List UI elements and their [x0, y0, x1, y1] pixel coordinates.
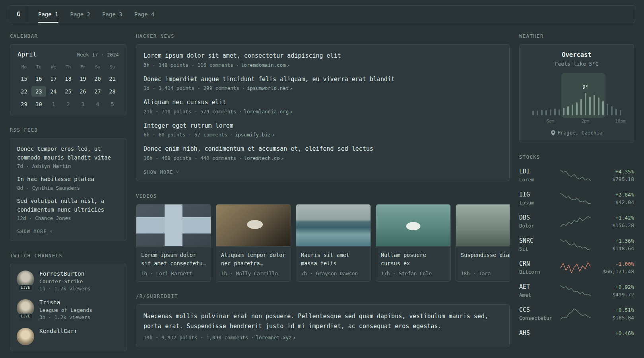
avatar[interactable]: LIVE — [17, 270, 34, 288]
stock-row[interactable]: SNRCSit +1.36%$148.64 — [519, 237, 634, 252]
weather-feels-like: Feels like 5°C — [526, 61, 627, 67]
weather-bar — [567, 106, 569, 115]
app-logo[interactable]: G — [9, 6, 28, 23]
calendar-day[interactable]: 24 — [46, 86, 61, 97]
calendar-day[interactable]: 19 — [76, 74, 90, 84]
hn-show-more-button[interactable]: SHOW MORE˅ — [144, 168, 179, 176]
calendar-day[interactable]: 18 — [61, 74, 76, 84]
hn-story-title[interactable]: Aliquam nec cursus elit — [144, 98, 502, 107]
calendar-day[interactable]: 27 — [90, 86, 105, 97]
stock-ticker[interactable]: DBS — [519, 214, 555, 221]
hn-story-title[interactable]: Lorem ipsum dolor sit amet, consectetur … — [144, 51, 502, 60]
stock-name: Sit — [519, 246, 555, 252]
channel-name[interactable]: KendallCarr — [39, 328, 78, 334]
calendar-day[interactable]: 15 — [17, 74, 31, 84]
stock-row[interactable]: LDILorem +4.35%$795.18 — [519, 168, 634, 183]
stock-row[interactable]: CRNBitcorn -1.00%$66,171.48 — [519, 260, 634, 275]
channel-viewers: 1h · 1.7k viewers — [39, 286, 90, 292]
channel-viewers: 3h · 1.2k viewers — [39, 314, 92, 320]
page-tabs: Page 1 Page 2 Page 3 Page 4 — [32, 6, 160, 23]
calendar-day[interactable]: 16 — [31, 74, 46, 84]
tab-page-2[interactable]: Page 2 — [64, 6, 97, 23]
calendar-day[interactable]: 4 — [90, 99, 105, 109]
sparkline-svg — [561, 169, 591, 181]
stock-row[interactable]: CCSConsectetur +0.51%$165.84 — [519, 306, 634, 321]
hn-story-meta: 16h · 468 points · 440 comments ·loremte… — [144, 155, 502, 161]
rss-item-title[interactable]: Donec tempor eros leo, ut commodo mauris… — [17, 145, 119, 162]
sparkline-svg — [561, 262, 591, 274]
hn-story-domain-link[interactable]: loremdomain.com↗ — [241, 62, 290, 68]
channel-name[interactable]: Trisha — [39, 299, 92, 305]
video-thumbnail — [376, 204, 450, 247]
hn-story-title[interactable]: Donec enim nibh, condimentum et accumsan… — [144, 144, 502, 154]
reddit-post-meta: 19h · 9,932 points · 1,090 comments ·lor… — [144, 335, 502, 340]
calendar-dow: Tu — [31, 64, 46, 71]
reddit-post-domain-link[interactable]: loremnet.xyz↗ — [256, 335, 295, 340]
calendar-day[interactable]: 28 — [105, 86, 120, 97]
stock-ticker[interactable]: LDI — [519, 168, 555, 175]
hn-story-domain-link[interactable]: loremlandia.org↗ — [244, 109, 293, 115]
reddit-post-title[interactable]: Maecenas mollis pulvinar erat non posuer… — [144, 311, 502, 331]
video-card[interactable]: Lorem ipsum dolor sit amet consectetu… 1… — [136, 204, 211, 282]
calendar-day[interactable]: 29 — [17, 99, 31, 109]
tab-page-4[interactable]: Page 4 — [128, 6, 161, 23]
tab-page-1[interactable]: Page 1 — [32, 6, 64, 23]
videos-row: Lorem ipsum dolor sit amet consectetu… 1… — [136, 204, 510, 282]
weather-time-label: 10pm — [615, 119, 626, 124]
video-card[interactable]: Suspendisse diam 18h · Tara — [456, 204, 510, 282]
hn-story-domain-link[interactable]: ipsumify.biz↗ — [235, 132, 275, 138]
calendar-day[interactable]: 25 — [61, 86, 76, 97]
stock-change: +2.84% — [596, 192, 634, 198]
hn-story: Aliquam nec cursus elit 21h · 710 points… — [144, 98, 502, 115]
calendar-day[interactable]: 20 — [90, 74, 105, 84]
channel-name[interactable]: ForrestBurton — [39, 270, 90, 277]
video-card[interactable]: Mauris sit amet massa felis 7h · Grayson… — [296, 204, 371, 282]
calendar-day[interactable]: 22 — [17, 86, 31, 97]
calendar-day[interactable]: 3 — [76, 99, 90, 109]
calendar-day[interactable]: 2 — [61, 99, 76, 109]
stock-row[interactable]: IIGIpsum +2.84%$42.04 — [519, 191, 634, 206]
subreddit-widget: /R/SUBREDDIT Maecenas mollis pulvinar er… — [136, 294, 510, 347]
calendar-day-selected[interactable]: 23 — [31, 86, 46, 97]
stock-ticker[interactable]: IIG — [519, 191, 555, 198]
calendar-dow: Su — [105, 64, 120, 71]
calendar-dow: Fr — [76, 64, 90, 71]
hn-story-meta: 6h · 60 points · 57 comments ·ipsumify.b… — [144, 132, 502, 138]
hn-story-title[interactable]: Integer eget rutrum lorem — [144, 121, 502, 130]
stock-row[interactable]: AHS +0.46% — [519, 329, 634, 337]
rss-item-title[interactable]: Sed volutpat nulla nisl, a condimentum n… — [17, 197, 119, 214]
videos-widget: VIDEOS Lorem ipsum dolor sit amet consec… — [136, 193, 510, 282]
calendar-day[interactable]: 17 — [46, 74, 61, 84]
calendar-day[interactable]: 21 — [105, 74, 120, 84]
stock-ticker[interactable]: AET — [519, 283, 555, 290]
calendar-day[interactable]: 26 — [76, 86, 90, 97]
avatar[interactable]: LIVE — [17, 299, 34, 317]
stock-row[interactable]: AETAmet +0.92%$499.72 — [519, 283, 634, 298]
stock-change: +4.35% — [596, 169, 634, 175]
stock-ticker[interactable]: SNRC — [519, 237, 555, 244]
stock-ticker[interactable]: CCS — [519, 306, 555, 313]
subreddit-widget-title: /R/SUBREDDIT — [136, 294, 510, 299]
video-card[interactable]: Nullam posuere cursus ex 17h · Stefan Co… — [376, 204, 451, 282]
videos-widget-title: VIDEOS — [136, 193, 510, 199]
stock-ticker[interactable]: AHS — [519, 329, 555, 337]
hn-story-domain-link[interactable]: loremtech.co↗ — [244, 155, 283, 161]
rss-show-more-button[interactable]: SHOW MORE˅ — [17, 228, 53, 235]
calendar-day[interactable]: 1 — [46, 99, 61, 109]
hn-story-domain-link[interactable]: ipsumworld.net↗ — [247, 85, 293, 91]
calendar-day[interactable]: 30 — [31, 99, 46, 109]
hn-story-stats: 6h · 60 points · 57 comments · — [144, 132, 233, 138]
stock-ticker[interactable]: CRN — [519, 260, 555, 267]
avatar[interactable] — [17, 328, 34, 345]
video-card[interactable]: Aliquam tempor dolor nec pharetra… 1h · … — [216, 204, 291, 282]
domain-text: ipsumworld.net — [247, 85, 289, 91]
video-meta: 17h · Stefan Cole — [381, 270, 446, 276]
weather-location-text: Prague, Czechia — [558, 130, 603, 136]
domain-text: loremdomain.com — [241, 62, 286, 68]
calendar-day[interactable]: 5 — [105, 99, 120, 109]
tab-page-3[interactable]: Page 3 — [96, 6, 128, 23]
domain-text: loremnet.xyz — [256, 335, 291, 340]
rss-item-title[interactable]: In hac habitasse platea — [17, 175, 119, 184]
stock-row[interactable]: DBSDolor +1.42%$156.28 — [519, 214, 634, 229]
hn-story-title[interactable]: Donec imperdiet augue tincidunt felis al… — [144, 75, 502, 84]
